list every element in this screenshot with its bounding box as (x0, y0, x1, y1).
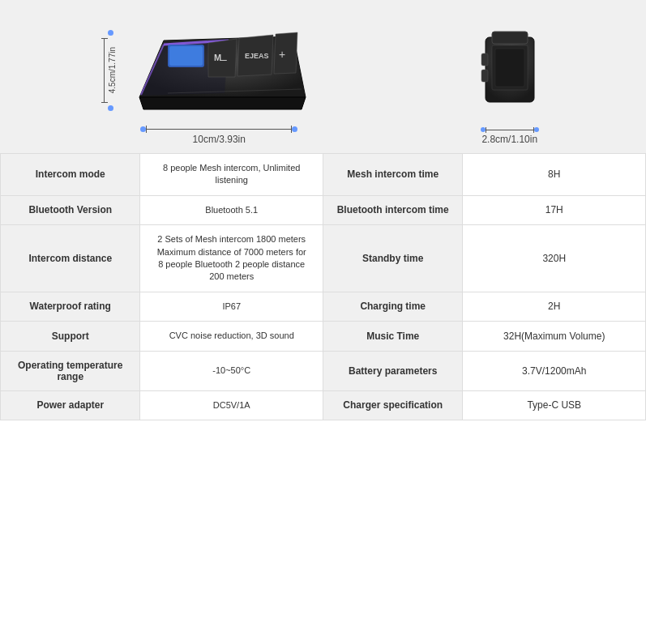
table-row: Waterproof ratingIP67Charging time2H (1, 292, 646, 321)
spec-right-label: Music Time (323, 322, 462, 351)
table-row: Operating temperature range-10~50°CBatte… (1, 351, 646, 390)
height-label: 4.5cm/1.77in (108, 47, 117, 93)
spec-left-value: 8 people Mesh intercom, Unlimited listen… (140, 154, 323, 196)
spec-left-value: -10~50°C (140, 351, 323, 390)
spec-right-value: 8H (463, 154, 646, 196)
product-section: 4.5cm/1.77in (0, 0, 646, 153)
spec-left-label: Intercom mode (1, 154, 140, 196)
spec-right-value: 2H (463, 292, 646, 321)
height-dot-bottom (108, 105, 113, 111)
svg-text:+: + (279, 48, 285, 61)
svg-rect-5 (169, 46, 203, 66)
side-device-image (469, 25, 550, 126)
width-dot-right (292, 126, 297, 132)
specs-section: Intercom mode8 people Mesh intercom, Unl… (0, 153, 646, 420)
spec-left-label: Power adapter (1, 390, 140, 420)
spec-right-label: Charging time (323, 292, 462, 321)
spec-left-label: Waterproof rating (1, 292, 140, 321)
spec-left-value: IP67 (140, 292, 323, 321)
spec-right-value: 32H(Maximum Volume) (463, 322, 646, 351)
spec-left-label: Operating temperature range (1, 351, 140, 390)
spec-left-label: Intercom distance (1, 225, 140, 292)
spec-right-label: Bluetooth intercom time (323, 195, 462, 224)
height-dot-top (108, 30, 113, 36)
spec-right-value: 3.7V/1200mAh (463, 351, 646, 390)
table-row: Power adapterDC5V/1ACharger specificatio… (1, 390, 646, 420)
main-device-image: EJEAS M – + (123, 16, 310, 125)
spec-left-label: Support (1, 322, 140, 351)
spec-left-value: CVC noise reduction, 3D sound (140, 322, 323, 351)
svg-text:EJEAS: EJEAS (245, 52, 269, 60)
spec-right-value: 17H (463, 195, 646, 224)
svg-rect-18 (495, 49, 524, 87)
specs-table: Intercom mode8 people Mesh intercom, Unl… (0, 153, 646, 420)
table-row: Bluetooth VersionBluetooth 5.1Bluetooth … (1, 195, 646, 224)
spec-right-label: Battery parameters (323, 351, 462, 390)
svg-rect-20 (481, 70, 488, 82)
table-row: Intercom mode8 people Mesh intercom, Unl… (1, 154, 646, 196)
spec-left-label: Bluetooth Version (1, 195, 140, 224)
svg-marker-13 (139, 97, 306, 109)
spec-right-label: Charger specification (323, 390, 462, 420)
table-row: Intercom distance2 Sets of Mesh intercom… (1, 225, 646, 292)
spec-right-label: Standby time (323, 225, 462, 292)
side-width-label: 2.8cm/1.10in (481, 134, 537, 145)
spec-right-label: Mesh intercom time (323, 154, 462, 196)
spec-right-value: 320H (463, 225, 646, 292)
table-row: SupportCVC noise reduction, 3D soundMusi… (1, 322, 646, 351)
width-dot-left (140, 126, 146, 132)
spec-right-value: Type-C USB (463, 390, 646, 420)
spec-left-value: 2 Sets of Mesh intercom 1800 meters Maxi… (140, 225, 323, 292)
svg-rect-16 (492, 32, 528, 44)
spec-left-value: Bluetooth 5.1 (140, 195, 323, 224)
spec-left-value: DC5V/1A (140, 390, 323, 420)
svg-text:–: – (220, 53, 227, 66)
svg-marker-8 (274, 32, 297, 74)
width-label: 10cm/3.93in (193, 134, 246, 145)
svg-rect-19 (481, 53, 488, 66)
